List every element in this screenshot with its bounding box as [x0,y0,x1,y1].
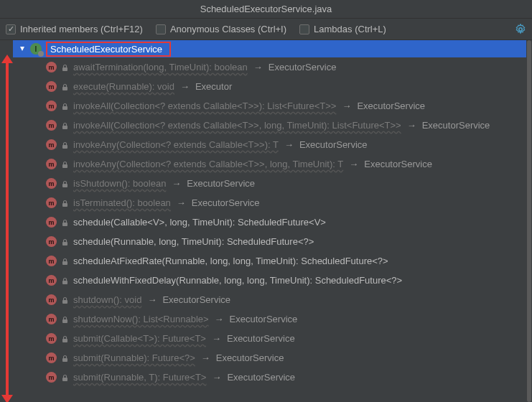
member-row[interactable]: misTerminated(): boolean →ExecutorServic… [46,193,526,212]
origin-class: ExecutorService [299,139,368,150]
member-row[interactable]: misShutdown(): boolean →ExecutorService [46,174,526,193]
svg-rect-7 [62,184,67,187]
method-icon: m [46,197,57,208]
checkbox-icon [299,24,309,34]
lock-icon [61,257,69,265]
member-row[interactable]: msubmit(Runnable, T): Future<T> →Executo… [46,368,526,387]
method-signature: isTerminated(): boolean [73,197,171,208]
svg-rect-6 [62,164,67,168]
member-row[interactable]: minvokeAll(Collection<? extends Callable… [46,96,526,116]
origin-class: ExecutorService [162,294,230,305]
origin-class: ExecutorService [227,333,295,344]
arrow-icon: → [215,314,224,324]
lambdas-checkbox[interactable]: Lambdas (Ctrl+L) [299,24,386,34]
method-signature: schedule(Runnable, long, TimeUnit): Sche… [73,236,314,247]
svg-rect-1 [62,67,67,71]
svg-rect-9 [62,223,67,226]
member-row[interactable]: mschedule(Runnable, long, TimeUnit): Sch… [46,232,526,251]
lock-icon [61,83,69,90]
svg-rect-2 [62,87,67,90]
members-list: mawaitTermination(long, TimeUnit): boole… [13,57,526,387]
member-row[interactable]: mexecute(Runnable): void →Executor [46,77,526,96]
svg-rect-5 [62,145,67,149]
method-icon: m [46,236,57,247]
member-row[interactable]: mschedule(Callable<V>, long, TimeUnit): … [46,212,526,232]
method-signature: scheduleWithFixedDelay(Runnable, long, l… [73,275,402,286]
vertical-scrollbar[interactable] [526,40,532,402]
inherited-members-checkbox[interactable]: Inherited members (Ctrl+F12) [6,24,143,34]
origin-class: ExecutorService [192,197,260,208]
method-icon: m [46,159,57,169]
lock-icon [61,354,69,362]
method-signature: awaitTermination(long, TimeUnit): boolea… [73,62,248,73]
member-row[interactable]: msubmit(Runnable): Future<?> →ExecutorSe… [46,348,526,368]
svg-point-0 [519,27,522,30]
structure-tree[interactable]: I ScheduledExecutorService mawaitTermina… [13,40,526,402]
method-signature: invokeAny(Collection<? extends Callable<… [73,159,343,169]
member-row[interactable]: mawaitTermination(long, TimeUnit): boole… [46,57,526,77]
interface-icon: I [30,43,42,55]
member-row[interactable]: mscheduleAtFixedRate(Runnable, long, lon… [46,251,526,271]
structure-popup: ScheduledExecutorService.java Inherited … [0,0,532,402]
svg-rect-11 [62,261,67,265]
arrow-icon: → [407,120,416,131]
arrow-icon: → [212,372,221,383]
method-icon: m [46,100,57,111]
annotation-gutter [0,40,13,402]
method-signature: isShutdown(): boolean [73,178,166,189]
origin-class: Executor [195,81,232,92]
svg-rect-13 [62,300,67,304]
arrow-icon: → [177,197,186,208]
lock-icon [61,335,69,342]
member-row[interactable]: minvokeAny(Collection<? extends Callable… [46,154,526,174]
checkbox-icon [156,24,166,34]
svg-rect-4 [62,126,67,129]
expand-arrow-icon[interactable] [19,45,26,52]
arrow-icon: → [253,62,263,73]
arrow-icon: → [172,178,181,189]
checkbox-label: Anonymous Classes (Ctrl+I) [170,24,286,34]
method-signature: execute(Runnable): void [73,81,174,92]
method-icon: m [46,333,57,344]
svg-rect-12 [62,281,67,284]
checkbox-label: Inherited members (Ctrl+F12) [20,24,143,34]
method-signature: scheduleAtFixedRate(Runnable, long, long… [73,256,388,266]
anonymous-classes-checkbox[interactable]: Anonymous Classes (Ctrl+I) [156,24,286,34]
arrow-icon: → [349,159,358,169]
member-row[interactable]: minvokeAll(Collection<? extends Callable… [46,116,526,135]
member-row[interactable]: minvokeAny(Collection<? extends Callable… [46,135,526,154]
method-signature: invokeAll(Collection<? extends Callable<… [73,120,401,131]
member-row[interactable]: mshutdownNow(): List<Runnable> →Executor… [46,309,526,329]
gear-icon[interactable] [515,24,526,35]
origin-class: ExecutorService [230,314,298,324]
lock-icon [61,315,69,323]
member-row[interactable]: mscheduleWithFixedDelay(Runnable, long, … [46,271,526,290]
method-icon: m [46,275,57,286]
method-signature: schedule(Callable<V>, long, TimeUnit): S… [73,217,326,228]
svg-rect-3 [62,106,67,110]
member-row[interactable]: msubmit(Callable<T>): Future<T> →Executo… [46,329,526,348]
method-icon: m [46,256,57,266]
method-signature: submit(Runnable): Future<?> [73,352,195,363]
method-signature: invokeAll(Collection<? extends Callable<… [73,100,336,111]
member-row[interactable]: mshutdown(): void →ExecutorService [46,290,526,309]
svg-rect-8 [62,203,67,207]
method-signature: submit(Runnable, T): Future<T> [73,372,206,383]
lock-icon [61,102,69,110]
lock-icon [61,199,69,207]
svg-rect-16 [62,358,67,362]
lock-icon [61,160,69,168]
origin-class: ExecutorService [216,352,284,363]
toolbar: Inherited members (Ctrl+F12) Anonymous C… [0,19,532,40]
svg-rect-10 [62,242,67,246]
method-icon: m [46,352,57,363]
lock-icon [61,121,69,129]
origin-class: ExecutorService [364,159,432,169]
method-signature: shutdown(): void [73,294,141,305]
class-row[interactable]: I ScheduledExecutorService [13,40,526,57]
scroll-thumb[interactable] [527,40,531,402]
arrow-icon: → [342,100,351,111]
arrow-icon: → [201,352,210,363]
method-icon: m [46,294,57,305]
lock-icon [61,276,69,284]
